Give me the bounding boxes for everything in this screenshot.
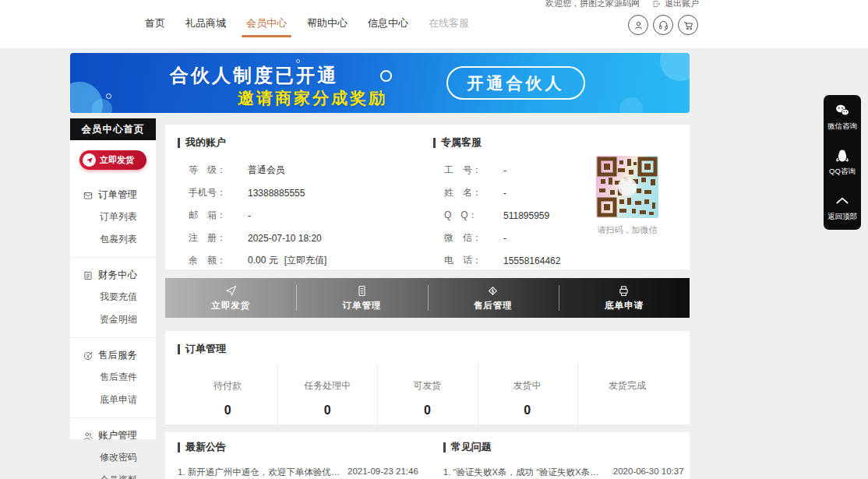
topbar: 欢迎您，拼图之家源码网 退出账户 bbox=[545, 0, 699, 9]
nav-help-center[interactable]: 帮助中心 bbox=[307, 16, 348, 37]
order-stats-card: 订单管理 待付款 0 任务处理中 0 可发货 0 发货中 0 发货完成 bbox=[165, 331, 690, 424]
title-bar bbox=[443, 442, 446, 453]
row-label: 手机号： bbox=[189, 186, 234, 199]
stat-label: 任务处理中 bbox=[277, 379, 377, 393]
sidebar-group-title: 财务中心 bbox=[98, 269, 137, 282]
sidebar-item-package-list[interactable]: 包裹列表 bbox=[70, 228, 156, 251]
stat-shipping[interactable]: 发货中 0 bbox=[478, 368, 577, 426]
ship-now-button[interactable]: 立即发货 bbox=[79, 150, 146, 170]
sidebar-item-fund-details[interactable]: 资金明细 bbox=[70, 308, 156, 331]
sidebar-item-account-management[interactable]: 账户管理 bbox=[70, 425, 156, 446]
stat-task-processing[interactable]: 任务处理中 0 bbox=[277, 368, 377, 426]
title-bar bbox=[178, 442, 180, 453]
sidebar-item-change-password[interactable]: 修改密码 bbox=[70, 446, 156, 469]
sidebar-group-title: 售后服务 bbox=[98, 349, 137, 362]
refresh-yuan-icon bbox=[83, 350, 94, 361]
sidebar-group-finance: 财务中心 我要充值 资金明细 bbox=[70, 257, 156, 337]
stat-value: 0 bbox=[277, 403, 377, 418]
row-value: 511895959 bbox=[503, 210, 549, 221]
user-icon bbox=[633, 19, 644, 31]
service-row-phone: 电 话： 15558164462 bbox=[433, 249, 589, 272]
title-bar bbox=[178, 138, 180, 148]
users-icon bbox=[83, 431, 94, 442]
quick-action-bar: 立即发货 订单管理 售后管理 底单申请 bbox=[165, 278, 690, 318]
dedicated-service-section: 专属客服 工 号： - 姓 名： - Q Q： 511895959 微 信： - bbox=[433, 136, 589, 272]
row-value: - bbox=[503, 233, 506, 244]
stat-value bbox=[577, 403, 677, 418]
order-stats-row: 待付款 0 任务处理中 0 可发货 0 发货中 0 发货完成 bbox=[178, 368, 677, 426]
partner-banner[interactable]: 合伙人制度已开通 邀请商家分成奖励 开通合伙人 bbox=[70, 53, 690, 113]
banner-bubble bbox=[660, 53, 690, 81]
headset-icon bbox=[658, 19, 669, 31]
sidebar-group-aftersale: 售后服务 售后查件 底单申请 bbox=[70, 337, 156, 417]
sidebar-item-recharge[interactable]: 我要充值 bbox=[70, 286, 156, 308]
welcome-text: 欢迎您，拼图之家源码网 bbox=[545, 0, 640, 9]
row-value: 普通会员 bbox=[248, 164, 285, 177]
row-label: 工 号： bbox=[444, 164, 489, 177]
wechat-consult-button[interactable]: 微信咨询 bbox=[827, 103, 857, 132]
nav-member-center[interactable]: 会员中心 bbox=[246, 16, 287, 37]
row-label: 微 信： bbox=[444, 231, 489, 245]
row-label: 姓 名： bbox=[444, 186, 489, 199]
recharge-link[interactable]: [立即充值] bbox=[284, 254, 327, 267]
sidebar: 会员中心首页 立即发货 订单管理 订单列表 包裹列表 财务中心 我要充值 资金明… bbox=[70, 118, 156, 439]
stat-label: 可发货 bbox=[377, 379, 477, 393]
headset-icon-button[interactable] bbox=[653, 15, 673, 35]
open-partner-button[interactable]: 开通合伙人 bbox=[446, 66, 585, 100]
sidebar-item-order-list[interactable]: 订单列表 bbox=[70, 206, 156, 228]
row-label: 注 册： bbox=[189, 231, 234, 245]
sidebar-item-member-profile[interactable]: 会员资料 bbox=[70, 469, 156, 479]
nav-info-center[interactable]: 信息中心 bbox=[368, 16, 408, 37]
stat-value: 0 bbox=[478, 403, 577, 418]
qr-caption: 请扫码，加微信 bbox=[596, 224, 658, 236]
service-row-qq: Q Q： 511895959 bbox=[433, 204, 589, 227]
user-icon-button[interactable] bbox=[628, 15, 648, 35]
nav-home[interactable]: 首页 bbox=[145, 16, 165, 37]
ship-now-label: 立即发货 bbox=[100, 154, 134, 166]
news-card: 最新公告 1. 新开通广州中通仓，欢迎下单体验优质... 2021-09-23 … bbox=[165, 432, 690, 479]
float-label: 返回顶部 bbox=[827, 212, 857, 222]
stat-ready-to-ship[interactable]: 可发货 0 bbox=[377, 368, 477, 426]
action-aftersale-management[interactable]: 售后管理 bbox=[428, 278, 559, 318]
stat-ship-complete[interactable]: 发货完成 bbox=[577, 368, 677, 426]
row-value: 0.00 元 bbox=[248, 254, 278, 267]
logout-icon bbox=[652, 0, 662, 9]
row-label: 邮 箱： bbox=[189, 209, 234, 222]
action-label: 立即发货 bbox=[211, 300, 250, 312]
sidebar-group-orders: 订单管理 订单列表 包裹列表 bbox=[70, 178, 156, 257]
action-receipt-apply[interactable]: 底单申请 bbox=[559, 278, 690, 318]
stat-pending-payment[interactable]: 待付款 0 bbox=[178, 368, 277, 426]
action-order-management[interactable]: 订单管理 bbox=[296, 278, 427, 318]
qr-center-logo bbox=[618, 178, 637, 196]
back-to-top-button[interactable]: 返回顶部 bbox=[827, 193, 857, 222]
paper-plane-icon bbox=[83, 153, 96, 167]
my-account-section: 我的账户 等 级： 普通会员 手机号： 13388885555 邮 箱： - 注… bbox=[178, 136, 419, 272]
action-ship-now[interactable]: 立即发货 bbox=[165, 278, 296, 318]
logout-button[interactable]: 退出账户 bbox=[652, 0, 699, 9]
announcement-item[interactable]: 1. 新开通广州中通仓，欢迎下单体验优质... 2021-09-23 21:46 bbox=[178, 467, 418, 478]
nav-online-service[interactable]: 在线客服 bbox=[429, 16, 469, 37]
row-label: 等 级： bbox=[189, 164, 234, 177]
row-label: 电 话： bbox=[444, 254, 489, 267]
header-icons bbox=[628, 15, 698, 35]
nav-gift-mall[interactable]: 礼品商城 bbox=[185, 16, 226, 37]
sidebar-item-member-home[interactable]: 会员中心首页 bbox=[70, 118, 156, 140]
float-label: QQ咨询 bbox=[829, 167, 856, 177]
sidebar-item-receipt-apply[interactable]: 底单申请 bbox=[70, 389, 156, 411]
sidebar-item-aftersale-check[interactable]: 售后查件 bbox=[70, 366, 156, 389]
banner-ring bbox=[380, 70, 392, 82]
row-value: - bbox=[503, 165, 506, 176]
qq-consult-button[interactable]: QQ咨询 bbox=[829, 148, 856, 177]
stat-label: 发货中 bbox=[478, 379, 577, 393]
sidebar-item-order-management[interactable]: 订单管理 bbox=[70, 185, 156, 206]
faq-item[interactable]: 1. “验证失败X条，成功 “验证失败X条，成... 2020-06-30 10… bbox=[443, 467, 684, 478]
cart-icon-button[interactable] bbox=[678, 15, 698, 35]
wechat-qr-block: 请扫码，加微信 bbox=[596, 156, 658, 236]
sidebar-item-finance-center[interactable]: 财务中心 bbox=[70, 265, 156, 286]
announcement-text: 1. 新开通广州中通仓，欢迎下单体验优质... bbox=[178, 467, 341, 478]
title-bar bbox=[178, 344, 180, 354]
row-value: 2025-07-10 18:20 bbox=[248, 233, 322, 244]
row-label: Q Q： bbox=[444, 209, 489, 222]
finance-doc-icon bbox=[83, 270, 94, 281]
sidebar-item-aftersale-service[interactable]: 售后服务 bbox=[70, 345, 156, 366]
